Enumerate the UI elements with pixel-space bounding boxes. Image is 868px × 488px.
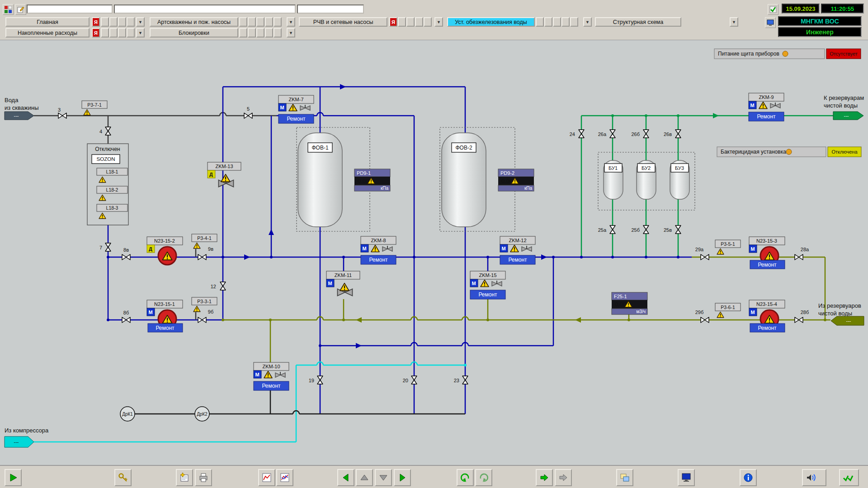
valve-25b[interactable] xyxy=(643,225,649,234)
valve-25v[interactable] xyxy=(675,225,681,234)
display-f25-1[interactable]: F25-1 0.000 м3/ч xyxy=(612,292,647,314)
valve-24[interactable] xyxy=(579,130,584,138)
page-button[interactable] xyxy=(127,28,135,38)
vessel-fov2[interactable]: ФОВ-2 xyxy=(442,133,486,227)
vessel-fov1[interactable]: ФОВ-1 xyxy=(298,133,342,227)
trend-button-1[interactable] xyxy=(258,469,275,486)
vessel-bu2[interactable]: БУ2 xyxy=(637,160,656,199)
windows-button[interactable] xyxy=(616,469,633,486)
command-field-1[interactable] xyxy=(27,5,113,14)
compressor-tag[interactable] xyxy=(5,436,34,447)
nav-wells[interactable]: Артскважены и пож. насосы xyxy=(150,17,238,27)
pump-n23-15-4[interactable]: N23-15-4 М Ремонт xyxy=(749,300,785,332)
pump-n23-15-2[interactable]: N23-15-2 Д xyxy=(147,237,183,265)
valve-28a[interactable] xyxy=(795,254,803,260)
valve-9b[interactable] xyxy=(198,317,206,323)
display-pd9-1[interactable]: PD9-1 0.000 кПа xyxy=(354,169,390,191)
zkm-12[interactable]: ZKM-12 М Ремонт xyxy=(500,236,535,264)
run-button[interactable] xyxy=(5,469,22,486)
screen-button[interactable] xyxy=(678,469,695,486)
zkm-13[interactable]: ZKM-13 Д xyxy=(208,162,241,187)
panel-power-status[interactable]: Питание щита приборов Отсутствует xyxy=(714,49,861,59)
vessel-bu3[interactable]: БУ3 xyxy=(670,160,689,199)
zkm-8[interactable]: ZKM-8 М Ремонт xyxy=(361,236,396,264)
valve-8v[interactable] xyxy=(122,254,130,260)
page-down-button[interactable]: ▼ xyxy=(287,28,295,38)
command-field-3[interactable] xyxy=(297,5,364,14)
page-button[interactable] xyxy=(256,17,264,27)
valve-23[interactable] xyxy=(462,376,468,384)
page-button[interactable] xyxy=(265,17,273,27)
well-tag[interactable] xyxy=(5,112,34,120)
valve-12[interactable] xyxy=(220,282,226,290)
valve-3[interactable] xyxy=(58,113,66,118)
zkm-11[interactable]: ZKM-11 М xyxy=(326,271,360,296)
drain-drk1[interactable]: ДрК1 xyxy=(120,407,135,421)
zkm-10[interactable]: ZKM-10 М Ремонт xyxy=(254,362,289,390)
drain-drk2[interactable]: ДрК2 xyxy=(195,407,209,421)
valve-28b[interactable] xyxy=(795,317,803,323)
valve-9v[interactable] xyxy=(198,254,206,260)
valve-20[interactable] xyxy=(411,376,417,384)
valve-26a[interactable] xyxy=(610,130,615,138)
page-button[interactable] xyxy=(274,28,282,38)
valve-29a[interactable] xyxy=(701,254,709,260)
page-button[interactable] xyxy=(561,17,570,27)
page-button[interactable] xyxy=(239,28,247,38)
zkm-15[interactable]: ZKM-15 М Ремонт xyxy=(470,271,505,299)
page-button[interactable] xyxy=(406,17,415,27)
nav-deironing[interactable]: Уст. обезжелезования воды xyxy=(447,17,535,27)
page-button[interactable] xyxy=(274,17,282,27)
sozon-unit[interactable]: Отключен SOZON L18-1 L18-2 L18-3 xyxy=(87,144,128,225)
sensor-p3-7-1[interactable]: Р3-7-1 xyxy=(82,101,107,115)
app-icon[interactable] xyxy=(3,4,14,15)
page-button[interactable] xyxy=(248,28,256,38)
page-button[interactable] xyxy=(109,28,118,38)
nav-down-button[interactable] xyxy=(375,469,392,486)
alarm-badge-network[interactable]: Я xyxy=(389,17,397,27)
page-down-button[interactable]: ▼ xyxy=(136,17,145,27)
page-button[interactable] xyxy=(398,17,406,27)
page-button[interactable] xyxy=(248,17,256,27)
page-button[interactable] xyxy=(127,17,135,27)
info-button[interactable] xyxy=(740,469,757,486)
page-button[interactable] xyxy=(536,17,544,27)
valve-26v[interactable] xyxy=(675,130,681,138)
command-field-2[interactable] xyxy=(114,5,296,14)
zkm-9[interactable]: ZKM-9 М Ремонт xyxy=(749,93,784,121)
page-button[interactable] xyxy=(553,17,561,27)
page-down-button[interactable]: ▼ xyxy=(583,17,592,27)
valve-5[interactable] xyxy=(244,113,252,118)
step-forward-button[interactable] xyxy=(536,469,553,486)
ack-button[interactable] xyxy=(839,469,859,486)
nav-left-button[interactable] xyxy=(337,469,354,486)
page-button[interactable] xyxy=(109,17,118,27)
nav-totals[interactable]: Накопленные расходы xyxy=(5,28,90,38)
page-button[interactable] xyxy=(101,17,109,27)
redo-button[interactable] xyxy=(475,469,492,486)
edit-icon[interactable] xyxy=(15,4,26,15)
display-pd9-2[interactable]: PD9-2 0.000 кПа xyxy=(498,169,534,191)
page-button[interactable] xyxy=(101,28,109,38)
page-button[interactable] xyxy=(256,28,264,38)
sensor-p3-3-1[interactable]: Р3-3-1 xyxy=(192,297,217,320)
vessel-bu1[interactable]: БУ1 xyxy=(604,160,623,199)
alarm-badge-totals[interactable]: Я xyxy=(92,28,100,38)
nav-structure[interactable]: Структурная схема xyxy=(595,17,681,27)
zkm-7[interactable]: ZKM-7 М Ремонт xyxy=(278,95,314,123)
page-button[interactable] xyxy=(265,28,273,38)
sensor-p3-4-1[interactable]: Р3-4-1 xyxy=(192,234,217,257)
valve-7[interactable] xyxy=(105,243,111,251)
valve-8b[interactable] xyxy=(122,317,130,323)
print-button[interactable] xyxy=(195,469,212,486)
alarm-badge-home[interactable]: Я xyxy=(92,17,100,27)
screen-select-icon[interactable] xyxy=(765,17,776,28)
key-button[interactable] xyxy=(114,469,132,486)
undo-button[interactable] xyxy=(457,469,474,486)
page-button[interactable] xyxy=(239,17,247,27)
page-down-button[interactable]: ▼ xyxy=(730,17,738,27)
page-button[interactable] xyxy=(544,17,552,27)
valve-29b[interactable] xyxy=(701,317,709,323)
valve-25a[interactable] xyxy=(610,225,615,234)
nav-network[interactable]: РЧВ и сетевые насосы xyxy=(299,17,387,27)
